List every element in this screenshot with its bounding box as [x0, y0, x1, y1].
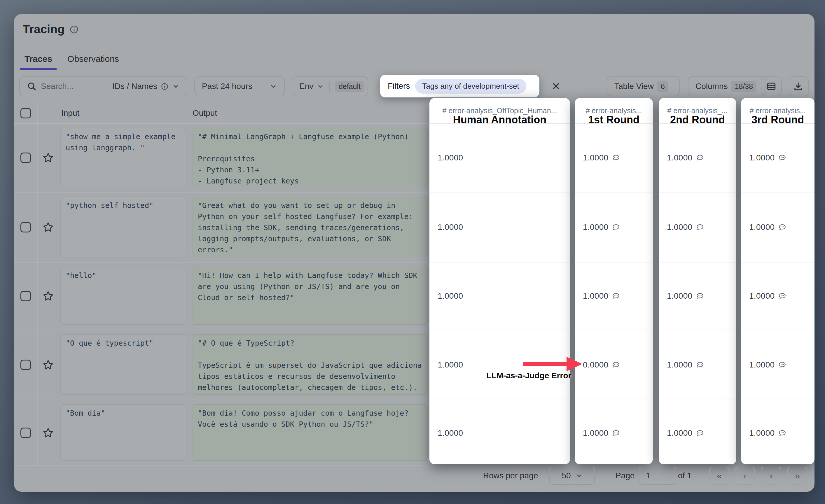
star-icon[interactable]: [43, 427, 54, 438]
search-input[interactable]: [40, 81, 93, 91]
score-cell[interactable]: 1.0000: [741, 124, 815, 192]
first-page-icon: «: [717, 471, 722, 481]
comment-icon[interactable]: [778, 154, 786, 162]
comment-icon[interactable]: [778, 361, 786, 369]
score-value: 1.0000: [438, 153, 463, 162]
score-value: 1.0000: [438, 223, 463, 232]
row-checkbox[interactable]: [20, 291, 31, 301]
page-header: Tracing: [23, 23, 79, 36]
row-checkbox[interactable]: [20, 222, 31, 233]
export-button[interactable]: [788, 76, 809, 96]
output-cell[interactable]: "# Minimal LangGraph + Langfuse example …: [193, 128, 428, 187]
star-icon[interactable]: [43, 152, 54, 163]
score-cell[interactable]: 1.0000: [659, 124, 736, 192]
table-row[interactable]: "Bom dia" "Bom dia! Como posso ajudar co…: [14, 400, 430, 466]
comment-icon[interactable]: [778, 292, 786, 301]
output-cell[interactable]: "Hi! How can I help with Langfuse today?…: [193, 267, 428, 325]
score-cell[interactable]: 1.0000: [575, 124, 653, 192]
chevron-down-icon: [576, 472, 583, 479]
score-value: 1.0000: [438, 291, 463, 301]
comment-icon[interactable]: [696, 292, 704, 301]
page-number-input[interactable]: [639, 467, 676, 485]
rows-per-page-label: Rows per page: [483, 467, 538, 485]
star-icon[interactable]: [43, 359, 54, 370]
output-cell[interactable]: "Bom dia! Como posso ajudar com o Langfu…: [193, 404, 428, 461]
score-cell[interactable]: 0.0000: [575, 330, 653, 400]
last-page-icon: »: [795, 471, 800, 481]
info-icon[interactable]: [69, 25, 79, 34]
page-count-label: of 1: [678, 467, 692, 485]
next-page-button[interactable]: ›: [761, 467, 781, 485]
row-height-button[interactable]: [761, 76, 782, 96]
score-cell[interactable]: 1.0000: [659, 330, 736, 400]
comment-icon[interactable]: [778, 429, 786, 437]
score-cell[interactable]: 1.0000: [430, 400, 570, 464]
column-header-output[interactable]: Output: [193, 103, 217, 124]
score-cell[interactable]: 1.0000: [575, 192, 653, 262]
search-box[interactable]: IDs / Names: [19, 76, 187, 96]
comment-icon[interactable]: [612, 154, 620, 162]
row-checkbox[interactable]: [20, 428, 31, 438]
score-cell[interactable]: 1.0000: [430, 192, 570, 262]
comment-icon[interactable]: [612, 361, 620, 369]
first-page-button[interactable]: «: [709, 467, 730, 485]
search-icon: [27, 81, 37, 91]
row-height-icon: [766, 81, 777, 92]
score-value: 1.0000: [749, 428, 774, 438]
search-scope-label[interactable]: IDs / Names: [112, 82, 157, 91]
rows-per-page-select[interactable]: 50: [549, 467, 595, 485]
comment-icon[interactable]: [612, 223, 620, 232]
score-cell[interactable]: 1.0000: [430, 124, 570, 192]
column-header-input[interactable]: Input: [61, 103, 79, 124]
score-cell[interactable]: 1.0000: [575, 262, 653, 330]
score-value: 1.0000: [667, 291, 692, 301]
table-row[interactable]: "O que é typescript" "# O que é TypeScri…: [14, 330, 430, 400]
score-cell[interactable]: 1.0000: [741, 330, 815, 400]
score-column-annotation: 3rd Round: [741, 114, 815, 126]
tab-traces[interactable]: Traces: [20, 50, 57, 68]
comment-icon[interactable]: [696, 154, 704, 162]
input-cell[interactable]: "hello": [60, 267, 186, 325]
active-tab-underline: [20, 68, 57, 70]
table-row[interactable]: "python self hosted" "Great—what do you …: [14, 192, 430, 262]
score-cell[interactable]: 1.0000: [659, 262, 736, 330]
score-cell[interactable]: 1.0000: [430, 262, 570, 330]
input-cell[interactable]: "show me a simple example using langgrap…: [60, 128, 186, 187]
last-page-button[interactable]: »: [787, 467, 808, 485]
clear-filter-icon[interactable]: ✕: [551, 78, 561, 95]
prev-page-button[interactable]: ‹: [735, 467, 755, 485]
input-cell[interactable]: "O que é typescript": [60, 334, 186, 395]
select-all-checkbox[interactable]: [20, 108, 31, 118]
prev-page-icon: ‹: [743, 471, 747, 481]
table-row[interactable]: "show me a simple example using langgrap…: [14, 124, 430, 192]
table-view-button[interactable]: Table View 6: [607, 76, 680, 96]
star-icon[interactable]: [43, 290, 54, 302]
input-cell[interactable]: "python self hosted": [60, 196, 186, 257]
comment-icon[interactable]: [696, 223, 704, 232]
score-column-annotation: Human Annotation: [430, 114, 570, 126]
score-cell[interactable]: 1.0000: [659, 400, 736, 464]
env-filter-button[interactable]: Env default: [292, 76, 368, 96]
score-cell[interactable]: 1.0000: [741, 262, 815, 330]
row-checkbox[interactable]: [20, 360, 31, 370]
output-cell[interactable]: "# O que é TypeScript? TypeScript é um s…: [193, 334, 428, 395]
comment-icon[interactable]: [696, 361, 704, 369]
columns-button[interactable]: Columns 18/38: [688, 76, 766, 96]
tab-observations[interactable]: Observations: [63, 50, 124, 68]
score-cell[interactable]: 1.0000: [741, 192, 815, 262]
star-icon[interactable]: [43, 222, 54, 233]
table-row[interactable]: "hello" "Hi! How can I help with Langfus…: [14, 262, 430, 330]
input-cell[interactable]: "Bom dia": [60, 404, 186, 461]
comment-icon[interactable]: [696, 429, 704, 437]
score-cell[interactable]: 1.0000: [741, 400, 815, 464]
time-range-button[interactable]: Past 24 hours: [194, 76, 285, 96]
score-cell[interactable]: 1.0000: [659, 192, 736, 262]
output-cell[interactable]: "Great—what do you want to set up or deb…: [193, 196, 428, 257]
filters-button[interactable]: Filters Tags any of development-set: [380, 75, 539, 97]
row-checkbox[interactable]: [20, 153, 31, 163]
filter-pill[interactable]: Tags any of development-set: [415, 79, 526, 94]
comment-icon[interactable]: [612, 292, 620, 301]
comment-icon[interactable]: [612, 429, 620, 437]
score-cell[interactable]: 1.0000: [575, 400, 653, 464]
comment-icon[interactable]: [778, 223, 786, 232]
